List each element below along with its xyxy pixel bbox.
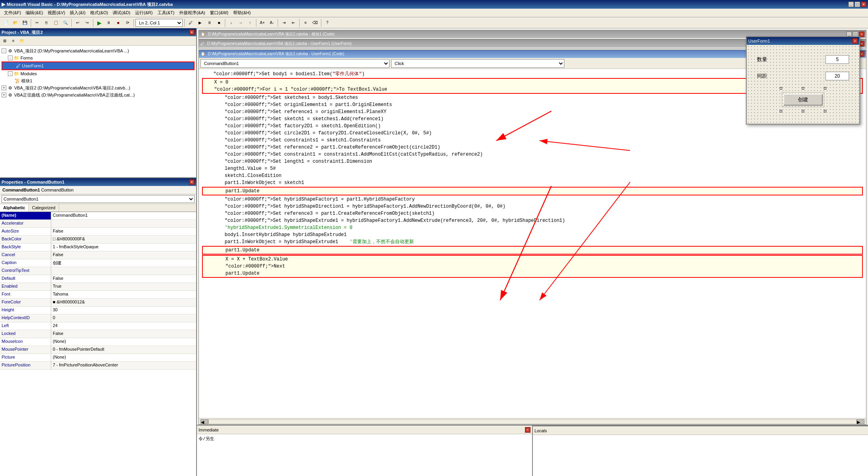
props-row[interactable]: AutoSizeFalse	[0, 228, 196, 236]
menu-run[interactable]: 运行(&R)	[133, 9, 155, 17]
pt-view-code[interactable]: ≡	[9, 37, 17, 45]
tree-item-modules[interactable]: - 📁 Modules	[2, 70, 195, 77]
tb-outdent[interactable]: ⇤	[289, 19, 298, 27]
props-row[interactable]: CancelFalse	[0, 251, 196, 259]
prop-value[interactable]: 0	[51, 314, 196, 322]
locals-content[interactable]	[533, 435, 868, 476]
props-row[interactable]: (Name)CommandButton1	[0, 212, 196, 220]
tb-zoom2[interactable]: A-	[267, 19, 276, 27]
props-row[interactable]: HelpContextID0	[0, 314, 196, 322]
tree-item-userform1[interactable]: 🖊 UserForm1	[2, 61, 195, 70]
props-row[interactable]: Picture(None)	[0, 354, 196, 362]
prop-value[interactable]	[51, 267, 196, 275]
pt-toggle-folders[interactable]: 📁	[18, 37, 26, 45]
tree-item-project3[interactable]: + ⚙ VBA正弦曲线 (D:\MyPrograme\catiaMacro\VB…	[2, 91, 195, 99]
prop-value[interactable]: 创建	[51, 259, 196, 267]
position-combo[interactable]: Ln 2, Col 1	[135, 19, 183, 27]
menu-debug[interactable]: 调试(&D)	[110, 9, 133, 17]
tb-help[interactable]: ?	[323, 19, 332, 27]
prop-value[interactable]: ■ &H80000012&	[51, 299, 196, 306]
tb-stepout[interactable]: ↑	[246, 19, 254, 27]
prop-value[interactable]	[51, 220, 196, 227]
props-row[interactable]: MousePointer0 - fmMousePointerDefault	[0, 346, 196, 354]
prop-value[interactable]: False	[51, 275, 196, 283]
menu-help[interactable]: 帮助(&H)	[231, 9, 253, 17]
expand-p2[interactable]: +	[2, 86, 6, 90]
expand0[interactable]: -	[2, 48, 6, 53]
code-scroll-left[interactable]: ◀	[200, 419, 208, 424]
prop-value[interactable]: (None)	[51, 338, 196, 346]
props-close-btn[interactable]: ×	[189, 179, 195, 185]
tb-cut[interactable]: ✂	[33, 19, 41, 27]
menu-edit[interactable]: 编辑(&E)	[23, 9, 45, 17]
props-object-combo[interactable]: CommandButton1	[2, 195, 195, 203]
tb-stop[interactable]: ■	[114, 19, 122, 27]
props-row[interactable]: Left24	[0, 322, 196, 330]
props-row[interactable]: FontTahoma	[0, 291, 196, 299]
tb-zoom[interactable]: A+	[258, 19, 267, 27]
tb-clear[interactable]: ⌫	[311, 19, 319, 27]
prop-value[interactable]: □ &H8000000F&	[51, 236, 196, 243]
pt-view-object[interactable]: ⊞	[1, 37, 9, 45]
object-combo[interactable]: CommandButton1	[200, 59, 389, 68]
tb-open[interactable]: 📂	[11, 19, 20, 27]
tree-item-project1[interactable]: - ⚙ VBA_项目2 (D:\MyPrograme\catiaMacro\ca…	[2, 47, 195, 54]
imm-close[interactable]: ×	[525, 427, 530, 433]
uf-create-btn[interactable]: 创建	[783, 94, 823, 106]
prop-value[interactable]: True	[51, 283, 196, 290]
expand-p3[interactable]: +	[2, 93, 6, 97]
menu-file[interactable]: 文件(&F)	[2, 9, 23, 17]
menu-view[interactable]: 视图(&V)	[45, 9, 67, 17]
tb-new[interactable]: 📄	[2, 19, 10, 27]
props-row[interactable]: BackStyle1 - fmBackStyleOpaque	[0, 244, 196, 251]
code-hscrollbar[interactable]	[208, 419, 857, 424]
uf-input-qty[interactable]	[825, 55, 849, 64]
prop-value[interactable]: 30	[51, 307, 196, 314]
tb-run2[interactable]: ▶	[196, 19, 204, 27]
tb-find[interactable]: 🔍	[61, 19, 70, 27]
tb-pause2[interactable]: ⏸	[205, 19, 214, 27]
tree-item-forms[interactable]: - 📁 Forms	[2, 54, 195, 61]
prop-value[interactable]: False	[51, 330, 196, 338]
tb-pause[interactable]: ⏸	[104, 19, 113, 27]
props-row[interactable]: BackColor□ &H8000000F&	[0, 236, 196, 244]
tb-toggle[interactable]: ≡	[301, 19, 310, 27]
props-row[interactable]: ForeColor■ &H80000012&	[0, 299, 196, 307]
expand-modules[interactable]: -	[8, 71, 13, 76]
tb-stepinto[interactable]: ↓	[227, 19, 236, 27]
project-close-btn[interactable]: ×	[189, 30, 195, 35]
prop-value[interactable]: 7 - fmPicturePositionAboveCenter	[51, 362, 196, 369]
props-row[interactable]: DefaultFalse	[0, 275, 196, 283]
prop-value[interactable]: Tahoma	[51, 291, 196, 298]
prop-value[interactable]: False	[51, 251, 196, 259]
tab-alphabetic[interactable]: Alphabetic	[0, 204, 29, 212]
prop-value[interactable]: False	[51, 228, 196, 235]
tree-item-project2[interactable]: + ⚙ VBA_项目2 (D:\MyPrograme\catiaMacro\VB…	[2, 84, 195, 91]
uf-input-spacing[interactable]	[825, 72, 849, 80]
close-btn[interactable]: ×	[861, 2, 866, 7]
props-row[interactable]: MouseIcon(None)	[0, 338, 196, 346]
props-row[interactable]: LockedFalse	[0, 330, 196, 338]
prop-value[interactable]: 1 - fmBackStyleOpaque	[51, 244, 196, 251]
minimize-btn[interactable]: _	[848, 2, 854, 7]
tab-categorized[interactable]: Categorized	[29, 204, 59, 212]
menu-window[interactable]: 窗口(&W)	[208, 9, 231, 17]
tb-stepover[interactable]: →	[236, 19, 245, 27]
props-row[interactable]: Caption创建	[0, 259, 196, 267]
tb-redo[interactable]: ↪	[83, 19, 91, 27]
tb-reset[interactable]: ⟳	[123, 19, 132, 27]
uf-close[interactable]: ×	[852, 38, 858, 44]
prop-value[interactable]: (None)	[51, 354, 196, 361]
code-scroll-right[interactable]: ▶	[857, 419, 864, 424]
tb-copy[interactable]: ⎘	[42, 19, 51, 27]
props-row[interactable]: Accelerator	[0, 220, 196, 228]
menu-format[interactable]: 格式(&O)	[88, 9, 110, 17]
tb-stop2[interactable]: ■	[215, 19, 223, 27]
props-row[interactable]: EnabledTrue	[0, 283, 196, 291]
tb-indent[interactable]: ⇥	[280, 19, 288, 27]
expand-forms[interactable]: -	[8, 56, 13, 60]
props-row[interactable]: Height30	[0, 307, 196, 314]
tb-undo[interactable]: ↩	[73, 19, 82, 27]
restore-btn[interactable]: □	[855, 2, 860, 7]
tb-design[interactable]: 🖊	[186, 19, 195, 27]
